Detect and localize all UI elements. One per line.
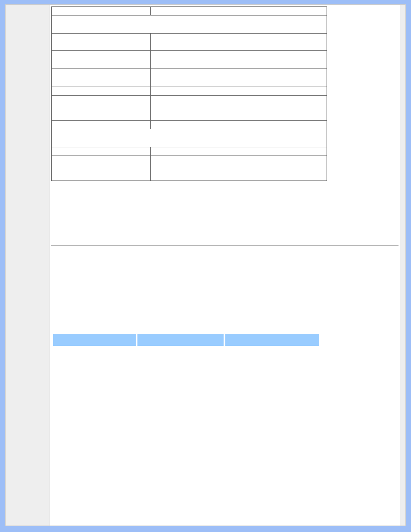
table-row — [52, 129, 327, 147]
table-cell-right — [151, 156, 327, 181]
table-cell-right — [151, 87, 327, 96]
blue-segments — [53, 334, 400, 346]
right-sliver — [400, 5, 405, 526]
table-row — [52, 87, 327, 96]
table-row — [52, 147, 327, 156]
blue-segment — [53, 334, 136, 346]
table-cell-right — [151, 34, 327, 42]
table-row — [52, 96, 327, 121]
section-divider — [51, 246, 399, 246]
page-frame — [5, 4, 406, 526]
table-row — [52, 16, 327, 34]
table-row — [52, 51, 327, 69]
table-cell-right — [151, 69, 327, 87]
blue-segment — [225, 334, 319, 346]
table-cell-right — [151, 121, 327, 129]
table-cell-left — [52, 42, 151, 51]
table-cell-right — [151, 7, 327, 16]
table-cell-left — [52, 34, 151, 42]
table-cell-right — [151, 42, 327, 51]
sidebar — [6, 5, 50, 526]
table-cell-left — [52, 96, 151, 121]
table-row — [52, 121, 327, 129]
data-table — [51, 6, 327, 181]
table-row — [52, 42, 327, 51]
table-cell-span — [52, 129, 327, 147]
table-cell-left — [52, 156, 151, 181]
table-row — [52, 34, 327, 42]
table-cell-span — [52, 16, 327, 34]
table-cell-left — [52, 87, 151, 96]
table-row — [52, 156, 327, 181]
table-cell-left — [52, 51, 151, 69]
table-cell-right — [151, 147, 327, 156]
table-row — [52, 69, 327, 87]
table-cell-left — [52, 121, 151, 129]
table-cell-right — [151, 51, 327, 69]
blue-segment — [137, 334, 224, 346]
table-cell-right — [151, 96, 327, 121]
table-cell-left — [52, 147, 151, 156]
table-row — [52, 7, 327, 16]
outer-frame — [0, 0, 411, 532]
main-content — [50, 5, 400, 526]
table-cell-left — [52, 7, 151, 16]
table-cell-left — [52, 69, 151, 87]
data-table-wrap — [51, 6, 327, 181]
